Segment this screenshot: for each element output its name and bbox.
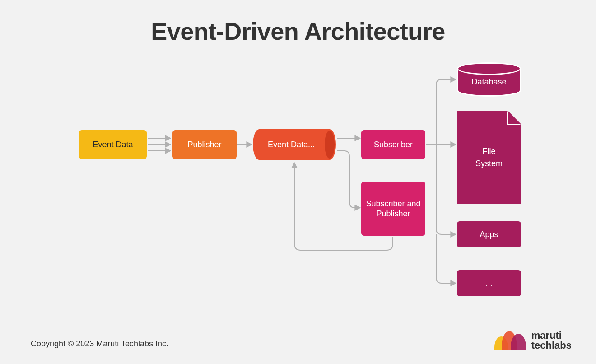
file-system-label: FileSystem — [457, 111, 521, 204]
copyright-text: Copyright © 2023 Maruti Techlabs Inc. — [31, 339, 168, 349]
logo-mark-icon — [494, 331, 527, 350]
node-event-bus: Event Data... — [253, 129, 336, 160]
node-database: Database — [457, 62, 521, 97]
node-ellipsis: ... — [457, 270, 521, 296]
brand-logo: maruti techlabs — [494, 331, 572, 350]
database-label: Database — [457, 62, 521, 97]
logo-text: maruti techlabs — [531, 331, 572, 350]
diagram-title: Event-Driven Architecture — [0, 17, 596, 45]
logo-line-1: maruti — [531, 331, 572, 341]
node-subscriber: Subscriber — [361, 130, 425, 159]
node-subscriber-publisher: Subscriber and Publisher — [361, 182, 425, 236]
node-event-data: Event Data — [79, 130, 147, 159]
event-bus-label: Event Data... — [253, 129, 330, 160]
node-file-system: FileSystem — [457, 111, 521, 204]
logo-line-2: techlabs — [531, 341, 572, 350]
node-apps: Apps — [457, 221, 521, 247]
node-publisher: Publisher — [172, 130, 237, 159]
